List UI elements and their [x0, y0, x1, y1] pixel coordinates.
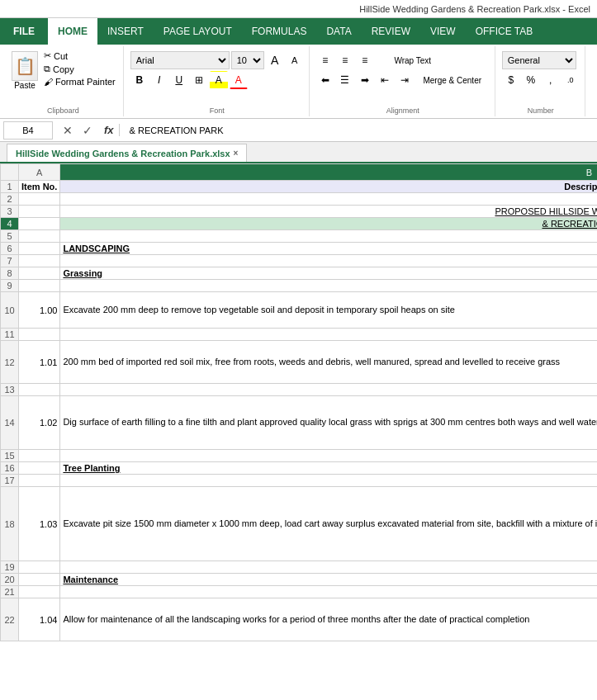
align-left-top-button[interactable]: ≡	[316, 51, 334, 69]
row-header-16[interactable]: 16	[1, 462, 19, 475]
tab-office-tab[interactable]: OFFICE TAB	[466, 18, 543, 45]
cell-a11[interactable]	[19, 329, 60, 341]
cell-b10[interactable]: Excavate 200 mm deep to remove top veget…	[60, 292, 597, 329]
cell-b12[interactable]: 200 mm bed of imported red soil mix, fre…	[60, 341, 597, 384]
paste-button[interactable]: 📋 Paste	[8, 48, 41, 93]
row-header-18[interactable]: 18	[1, 487, 19, 561]
confirm-formula-button[interactable]: ✓	[79, 122, 96, 139]
cell-b19[interactable]	[60, 561, 597, 574]
increase-indent-button[interactable]: ⇥	[396, 71, 414, 89]
row-header-21[interactable]: 21	[1, 586, 19, 598]
tab-page-layout[interactable]: PAGE LAYOUT	[154, 18, 242, 45]
comma-button[interactable]: ,	[542, 71, 560, 89]
row-header-17[interactable]: 17	[1, 475, 19, 487]
cell-a3[interactable]	[19, 206, 60, 218]
decrease-font-button[interactable]: A	[286, 51, 304, 69]
cell-b13[interactable]	[60, 384, 597, 396]
cell-a1[interactable]: Item No.	[19, 181, 60, 193]
row-header-20[interactable]: 20	[1, 574, 19, 586]
col-header-b[interactable]: B	[60, 164, 597, 181]
cell-b1[interactable]: Description	[60, 181, 597, 193]
cell-b20[interactable]: Maintenance	[60, 574, 597, 586]
merge-center-button[interactable]: Merge & Center	[415, 71, 490, 89]
row-header-2[interactable]: 2	[1, 193, 19, 206]
cell-a9[interactable]	[19, 280, 60, 292]
decrease-indent-button[interactable]: ⇤	[376, 71, 394, 89]
cell-b2[interactable]	[60, 193, 597, 206]
cell-a17[interactable]	[19, 475, 60, 487]
cell-a12[interactable]: 1.01	[19, 341, 60, 384]
cell-a16[interactable]	[19, 462, 60, 475]
cell-a5[interactable]	[19, 230, 60, 243]
cell-b21[interactable]	[60, 586, 597, 598]
sheet-tab-main[interactable]: HillSide Wedding Gardens & Recreation Pa…	[7, 144, 247, 162]
row-header-4[interactable]: 4	[1, 218, 19, 230]
cell-a14[interactable]: 1.02	[19, 396, 60, 450]
row-header-8[interactable]: 8	[1, 267, 19, 280]
cell-b5[interactable]	[60, 230, 597, 243]
cell-a4[interactable]	[19, 218, 60, 230]
border-button[interactable]: ⊞	[190, 71, 208, 89]
row-header-1[interactable]: 1	[1, 181, 19, 193]
tab-formulas[interactable]: FORMULAS	[242, 18, 317, 45]
cell-b11[interactable]	[60, 329, 597, 341]
cell-b4[interactable]: & RECREATION PARK	[60, 218, 597, 230]
cell-a13[interactable]	[19, 384, 60, 396]
increase-decimal-button[interactable]: .0	[561, 71, 580, 89]
bold-button[interactable]: B	[130, 71, 149, 89]
underline-button[interactable]: U	[170, 71, 188, 89]
cell-a20[interactable]	[19, 574, 60, 586]
cell-b3[interactable]: PROPOSED HILLSIDE WEDDING GARDENS	[60, 206, 597, 218]
row-header-14[interactable]: 14	[1, 396, 19, 450]
cell-a6[interactable]	[19, 243, 60, 255]
tab-view[interactable]: VIEW	[420, 18, 466, 45]
cell-b7[interactable]	[60, 255, 597, 267]
tab-file[interactable]: FILE	[0, 18, 48, 45]
font-color-button[interactable]: A	[230, 71, 248, 89]
number-format-select[interactable]: General	[502, 51, 576, 69]
row-header-3[interactable]: 3	[1, 206, 19, 218]
cut-button[interactable]: ✂ Cut	[41, 50, 118, 62]
align-center-button[interactable]: ☰	[336, 71, 354, 89]
cell-b15[interactable]	[60, 450, 597, 462]
tab-insert[interactable]: INSERT	[97, 18, 154, 45]
cell-a7[interactable]	[19, 255, 60, 267]
copy-button[interactable]: ⧉ Copy	[41, 63, 118, 75]
font-size-select[interactable]: 10	[231, 51, 264, 69]
row-header-11[interactable]: 11	[1, 329, 19, 341]
cell-b14[interactable]: Dig surface of earth filling to a fine t…	[60, 396, 597, 450]
cell-b22[interactable]: Allow for maintenance of all the landsca…	[60, 598, 597, 641]
tab-close-button[interactable]: ×	[234, 149, 239, 158]
tab-home[interactable]: HOME	[48, 18, 97, 45]
row-header-15[interactable]: 15	[1, 450, 19, 462]
align-right-top-button[interactable]: ≡	[356, 51, 374, 69]
cell-a15[interactable]	[19, 450, 60, 462]
cell-b6[interactable]: LANDSCAPING	[60, 243, 597, 255]
increase-font-button[interactable]: A	[266, 51, 284, 69]
cell-b17[interactable]	[60, 475, 597, 487]
row-header-13[interactable]: 13	[1, 384, 19, 396]
row-header-12[interactable]: 12	[1, 341, 19, 384]
cell-reference-input[interactable]: B4	[3, 121, 53, 140]
row-header-9[interactable]: 9	[1, 280, 19, 292]
cancel-formula-button[interactable]: ✕	[59, 122, 76, 139]
fill-color-button[interactable]: A	[210, 71, 228, 89]
cell-b9[interactable]	[60, 280, 597, 292]
cell-b18[interactable]: Excavate pit size 1500 mm diameter x 100…	[60, 487, 597, 561]
col-header-a[interactable]: A	[19, 164, 60, 181]
align-left-button[interactable]: ⬅	[316, 71, 334, 89]
cell-a22[interactable]: 1.04	[19, 598, 60, 641]
cell-a18[interactable]: 1.03	[19, 487, 60, 561]
wrap-text-button[interactable]: Wrap Text	[376, 51, 450, 69]
tab-review[interactable]: REVIEW	[362, 18, 420, 45]
cell-a21[interactable]	[19, 586, 60, 598]
align-center-top-button[interactable]: ≡	[336, 51, 354, 69]
format-painter-button[interactable]: 🖌 Format Painter	[41, 76, 118, 88]
align-right-button[interactable]: ➡	[356, 71, 374, 89]
row-header-5[interactable]: 5	[1, 230, 19, 243]
row-header-10[interactable]: 10	[1, 292, 19, 329]
cell-a10[interactable]: 1.00	[19, 292, 60, 329]
row-header-19[interactable]: 19	[1, 561, 19, 574]
formula-input[interactable]: & RECREATION PARK	[126, 121, 594, 140]
row-header-7[interactable]: 7	[1, 255, 19, 267]
